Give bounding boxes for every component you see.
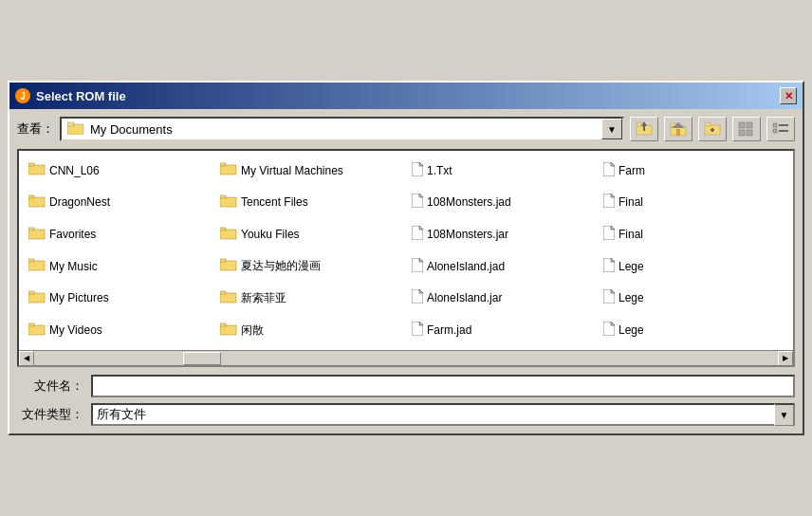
list-item[interactable]: 夏达与她的漫画 xyxy=(214,250,406,283)
list-item[interactable]: 108Monsters.jar xyxy=(406,218,598,250)
svg-marker-27 xyxy=(419,162,423,166)
folder-icon xyxy=(220,227,237,243)
folder-icon xyxy=(220,194,237,211)
btn-view-icons[interactable] xyxy=(732,117,761,141)
location-dropdown[interactable]: My Documents ▼ xyxy=(60,117,624,141)
filetype-row: 文件类型： 所有文件 ▼ xyxy=(17,403,795,426)
scroll-right-btn[interactable]: ▶ xyxy=(778,351,793,366)
location-dropdown-arrow[interactable]: ▼ xyxy=(601,119,622,139)
list-item[interactable]: My Music xyxy=(23,250,214,283)
svg-marker-37 xyxy=(611,194,615,197)
list-item[interactable]: Lege xyxy=(598,283,789,315)
file-list-area: CNN_L06 My Virtual Machines 1.Txt Farm D… xyxy=(17,149,795,367)
file-name-label: Lege xyxy=(618,260,644,273)
svg-rect-24 xyxy=(220,165,236,175)
toolbar-row: 查看： My Documents ▼ xyxy=(17,117,795,141)
svg-rect-63 xyxy=(28,323,34,326)
btn-new-folder[interactable] xyxy=(698,117,727,141)
btn-home[interactable] xyxy=(664,117,692,141)
file-name-label: Farm xyxy=(618,164,645,177)
svg-rect-57 xyxy=(220,291,226,294)
svg-rect-17 xyxy=(747,130,752,136)
svg-rect-18 xyxy=(773,123,777,127)
svg-rect-33 xyxy=(220,195,226,198)
filetype-select[interactable]: 所有文件 ▼ xyxy=(91,403,795,426)
file-name-label: 夏达与她的漫画 xyxy=(241,258,321,274)
svg-rect-49 xyxy=(220,259,226,262)
folder-icon xyxy=(220,322,237,339)
folder-icon xyxy=(28,322,46,339)
list-item[interactable]: Lege xyxy=(598,250,789,283)
scroll-thumb[interactable] xyxy=(183,352,221,365)
list-item[interactable]: Farm xyxy=(598,155,789,187)
svg-rect-20 xyxy=(773,129,777,133)
current-folder-text: My Documents xyxy=(90,122,596,137)
svg-rect-22 xyxy=(28,165,45,175)
file-name-label: AloneIsland.jar xyxy=(427,291,502,304)
filename-input[interactable] xyxy=(91,375,795,397)
file-grid: CNN_L06 My Virtual Machines 1.Txt Farm D… xyxy=(19,151,793,350)
list-item[interactable]: Tencent Files xyxy=(214,187,406,219)
svg-rect-39 xyxy=(28,228,34,230)
file-name-label: 闲散 xyxy=(241,322,264,339)
svg-rect-62 xyxy=(28,325,45,335)
list-item[interactable]: Favorites xyxy=(23,218,214,250)
list-item[interactable]: My Pictures xyxy=(23,283,214,315)
folder-icon xyxy=(28,194,46,211)
dialog-window: J Select ROM file ✕ 查看： My Documents xyxy=(8,81,804,435)
list-item[interactable]: AloneIsland.jad xyxy=(406,250,598,283)
svg-marker-51 xyxy=(419,258,423,262)
list-item[interactable]: 1.Txt xyxy=(406,155,598,187)
svg-rect-25 xyxy=(220,163,226,166)
dialog-body: 查看： My Documents ▼ xyxy=(9,109,803,433)
svg-marker-45 xyxy=(611,226,615,230)
btn-view-list[interactable] xyxy=(766,117,795,141)
file-icon xyxy=(603,194,615,211)
file-name-label: DragonNest xyxy=(49,195,110,209)
filetype-dropdown-arrow[interactable]: ▼ xyxy=(774,403,795,426)
svg-rect-14 xyxy=(739,122,745,128)
list-item[interactable]: Farm.jad xyxy=(406,314,598,346)
folder-icon xyxy=(220,258,237,274)
list-item[interactable]: Youku Files xyxy=(214,218,406,250)
file-name-label: CNN_L06 xyxy=(49,164,100,177)
list-item[interactable]: CNN_L06 xyxy=(23,155,214,187)
list-item[interactable]: My Virtual Machines xyxy=(214,155,406,187)
list-item[interactable]: Final xyxy=(598,218,789,250)
svg-rect-55 xyxy=(28,291,34,294)
svg-marker-59 xyxy=(419,289,423,293)
list-item[interactable]: 108Monsters.jad xyxy=(406,187,598,219)
scroll-left-btn[interactable]: ◀ xyxy=(19,351,34,366)
file-icon xyxy=(412,226,423,243)
list-item[interactable]: Lege xyxy=(598,314,789,346)
svg-rect-1 xyxy=(67,122,74,126)
svg-rect-54 xyxy=(28,293,45,303)
file-name-label: 新索菲亚 xyxy=(241,290,286,306)
list-item[interactable]: AloneIsland.jar xyxy=(406,283,598,315)
location-label: 查看： xyxy=(17,120,54,138)
list-item[interactable]: My Videos xyxy=(23,314,214,346)
svg-rect-56 xyxy=(220,293,236,303)
close-button[interactable]: ✕ xyxy=(780,87,797,104)
file-name-label: 1.Txt xyxy=(427,164,452,177)
svg-marker-35 xyxy=(419,194,423,197)
filename-row: 文件名： xyxy=(17,375,795,397)
file-icon xyxy=(603,226,615,243)
list-item[interactable]: 闲散 xyxy=(214,314,406,346)
svg-rect-11 xyxy=(705,122,710,126)
btn-up[interactable] xyxy=(630,117,658,141)
file-name-label: My Virtual Machines xyxy=(241,164,343,177)
svg-rect-15 xyxy=(747,122,752,128)
list-item[interactable]: 新索菲亚 xyxy=(214,283,406,315)
file-name-label: My Videos xyxy=(49,323,102,337)
svg-rect-3 xyxy=(637,122,642,126)
horizontal-scrollbar[interactable]: ◀ ▶ xyxy=(19,350,793,365)
app-icon: J xyxy=(15,88,30,103)
list-item[interactable]: DragonNest xyxy=(23,187,214,219)
svg-rect-40 xyxy=(220,230,236,239)
list-item[interactable]: Final xyxy=(598,187,789,219)
scroll-track[interactable] xyxy=(34,351,778,366)
file-icon xyxy=(603,322,615,339)
svg-rect-38 xyxy=(28,230,45,239)
svg-rect-9 xyxy=(676,129,680,136)
